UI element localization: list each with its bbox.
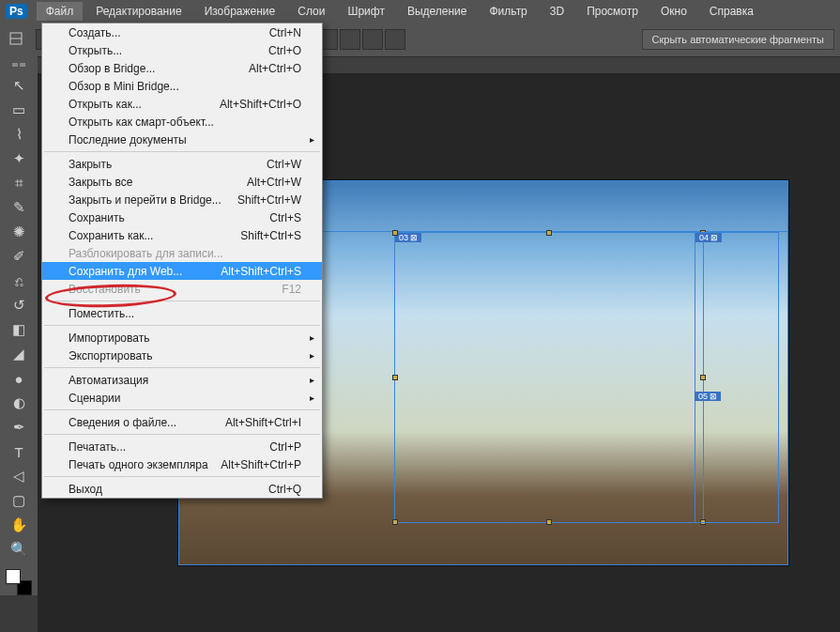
- menu-изображение[interactable]: Изображение: [195, 2, 285, 21]
- menu-item-shortcut: Alt+Shift+Ctrl+P: [221, 458, 301, 471]
- menu-item-label: Сохранить: [69, 211, 269, 224]
- menu-separator: [44, 151, 320, 152]
- tool-marquee[interactable]: ▭: [6, 98, 32, 122]
- menu-item-shortcut: Ctrl+N: [269, 26, 301, 39]
- tool-stamp[interactable]: ⎌: [6, 269, 32, 293]
- menu-item[interactable]: ЗакрытьCtrl+W: [42, 155, 322, 173]
- menu-item[interactable]: Открыть как...Alt+Shift+Ctrl+O: [42, 95, 322, 113]
- menu-шрифт[interactable]: Шрифт: [338, 2, 393, 21]
- menu-item-label: Восстановить: [69, 283, 282, 296]
- opt-icon[interactable]: [362, 29, 383, 50]
- menu-item[interactable]: Создать...Ctrl+N: [42, 23, 322, 41]
- tool-blur[interactable]: ●: [6, 366, 32, 391]
- opt-icon[interactable]: [340, 29, 360, 50]
- menu-item-shortcut: Alt+Ctrl+W: [247, 176, 301, 189]
- menu-item[interactable]: Сценарии: [42, 389, 322, 407]
- menu-separator: [44, 409, 320, 410]
- tool-zoom[interactable]: 🔍: [6, 537, 32, 562]
- menu-item[interactable]: Печатать...Ctrl+P: [42, 438, 322, 455]
- menu-item[interactable]: Открыть как смарт-объект...: [42, 113, 322, 131]
- menu-item[interactable]: Обзор в Bridge...Alt+Ctrl+O: [42, 59, 322, 77]
- tool-dodge[interactable]: ◐: [6, 391, 32, 415]
- tool-shape[interactable]: ▢: [6, 488, 32, 513]
- menu-item: ВосстановитьF12: [42, 280, 322, 298]
- tool-eraser[interactable]: ◧: [6, 317, 32, 342]
- tool-heal[interactable]: ✺: [6, 220, 32, 244]
- menu-файл[interactable]: Файл: [37, 2, 84, 21]
- menu-item-shortcut: Ctrl+Q: [268, 483, 301, 496]
- tool-history[interactable]: ↺: [6, 293, 32, 317]
- menu-item-shortcut: Shift+Ctrl+S: [240, 229, 301, 242]
- menu-separator: [44, 325, 320, 326]
- tool-pen[interactable]: ✒: [6, 415, 32, 439]
- tool-wand[interactable]: ✦: [6, 146, 32, 171]
- tool-gradient[interactable]: ◢: [6, 342, 32, 366]
- slice-main[interactable]: 03⊠: [394, 232, 704, 523]
- active-tool-indicator: [6, 28, 28, 51]
- menu-item-label: Печатать...: [69, 440, 269, 454]
- menu-фильтр[interactable]: Фильтр: [480, 2, 536, 21]
- menu-item[interactable]: Закрыть и перейти в Bridge...Shift+Ctrl+…: [42, 191, 322, 208]
- menu-item-label: Печать одного экземпляра: [69, 458, 221, 471]
- menu-справка[interactable]: Справка: [700, 2, 763, 21]
- hide-auto-slices-button[interactable]: Скрыть автоматические фрагменты: [642, 29, 834, 50]
- menu-separator: [44, 301, 320, 301]
- menu-item-label: Открыть...: [69, 44, 268, 57]
- tool-crop[interactable]: ⌗: [6, 171, 32, 195]
- menu-item-label: Закрыть все: [69, 176, 247, 189]
- foreground-background-swatch[interactable]: [6, 569, 32, 595]
- foreground-color[interactable]: [6, 569, 21, 584]
- menu-item-label: Импортировать: [69, 331, 301, 345]
- menu-item-label: Закрыть: [69, 158, 267, 171]
- menu-item[interactable]: Экспортировать: [42, 347, 322, 364]
- opt-icon[interactable]: [385, 29, 405, 50]
- menu-separator: [44, 434, 320, 435]
- tool-brush[interactable]: ✐: [6, 244, 32, 269]
- tool-lasso[interactable]: ⌇: [6, 122, 32, 146]
- menu-item[interactable]: Автоматизация: [42, 371, 322, 389]
- menu-item-shortcut: F12: [282, 283, 301, 296]
- menu-редактирование[interactable]: Редактирование: [86, 2, 191, 21]
- menu-item[interactable]: Сохранить как...Shift+Ctrl+S: [42, 226, 322, 244]
- menubar: Ps ФайлРедактированиеИзображениеСлоиШриф…: [0, 0, 840, 23]
- tool-type[interactable]: T: [6, 439, 32, 464]
- menu-item-label: Сохранить как...: [69, 229, 240, 242]
- menu-item-label: Открыть как смарт-объект...: [69, 116, 301, 129]
- menu-item[interactable]: Сохранить для Web...Alt+Shift+Ctrl+S: [42, 262, 322, 280]
- menu-item[interactable]: Печать одного экземпляраAlt+Shift+Ctrl+P: [42, 455, 322, 473]
- tool-hand[interactable]: ✋: [6, 513, 32, 537]
- menu-item[interactable]: Закрыть всеAlt+Ctrl+W: [42, 173, 322, 191]
- menu-item-shortcut: Shift+Ctrl+W: [237, 193, 301, 207]
- slice-badge: 03⊠: [395, 233, 421, 242]
- menu-item-shortcut: Ctrl+S: [269, 211, 301, 224]
- menu-item-label: Создать...: [69, 26, 269, 39]
- slice-right[interactable]: 04⊠: [695, 232, 779, 523]
- menu-item-label: Экспортировать: [69, 349, 301, 362]
- menu-просмотр[interactable]: Просмотр: [577, 2, 648, 21]
- toolbox-collapse-handle[interactable]: [4, 60, 34, 69]
- menu-item[interactable]: СохранитьCtrl+S: [42, 208, 322, 226]
- menu-item-label: Открыть как...: [69, 98, 220, 111]
- menu-item[interactable]: Поместить...: [42, 304, 322, 322]
- menu-выделение[interactable]: Выделение: [398, 2, 477, 21]
- menu-item[interactable]: Сведения о файле...Alt+Shift+Ctrl+I: [42, 413, 322, 431]
- menu-item[interactable]: Открыть...Ctrl+O: [42, 41, 322, 59]
- menu-окно[interactable]: Окно: [651, 2, 696, 21]
- menu-item[interactable]: Импортировать: [42, 329, 322, 347]
- menu-item-label: Разблокировать для записи...: [69, 247, 301, 260]
- menu-слои[interactable]: Слои: [288, 2, 334, 21]
- tool-move[interactable]: ↖: [6, 73, 32, 98]
- menu-item-label: Выход: [69, 483, 268, 496]
- menu-separator: [44, 476, 320, 477]
- menu-item: Разблокировать для записи...: [42, 244, 322, 262]
- tool-path[interactable]: ◁: [6, 464, 32, 488]
- menu-item[interactable]: Обзор в Mini Bridge...: [42, 77, 322, 95]
- menu-item-label: Автоматизация: [69, 374, 301, 387]
- menu-item-label: Последние документы: [69, 133, 301, 146]
- tool-eyedropper[interactable]: ✎: [6, 195, 32, 220]
- menu-item[interactable]: Последние документы: [42, 131, 322, 148]
- menu-item-label: Обзор в Bridge...: [69, 62, 249, 75]
- app-logo: Ps: [6, 4, 27, 19]
- menu-3d[interactable]: 3D: [541, 2, 573, 21]
- menu-item[interactable]: ВыходCtrl+Q: [42, 480, 322, 498]
